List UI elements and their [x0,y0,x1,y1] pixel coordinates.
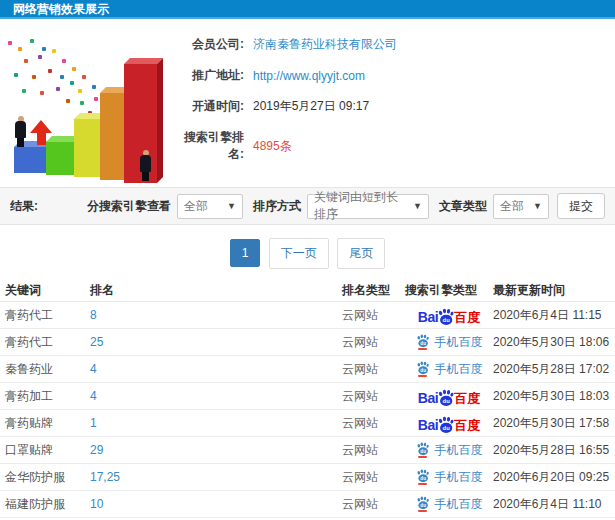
baidu-mobile-underline [418,483,427,485]
promo-url-value[interactable]: http://www.qlyyjt.com [253,69,365,83]
sort-selected: 关键词由短到长排序 [314,189,407,223]
baidu-cn-text: 百度 [454,392,480,405]
page-1-button[interactable]: 1 [230,239,261,267]
svg-text:du: du [443,398,451,404]
cell-rank-link[interactable]: 8 [90,308,342,322]
header-rank: 排名 [90,282,342,299]
table-row: 金华防护服 17,25 云网站 du手机百度 2020年6月20日 09:25 [0,464,615,491]
baidu-cn-text: 百度 [454,311,480,324]
cell-updated: 2020年6月20日 09:25 [493,469,610,486]
businessman-figure-left [15,116,26,147]
table-row: 口罩贴牌 29 云网站 du手机百度 2020年5月28日 16:55 [0,437,615,464]
info-row-rank-count: 搜索引擎排名: 4895条 [176,129,615,163]
submit-button[interactable]: 提交 [557,193,605,219]
baidu-paw-icon: du [416,469,430,483]
baidu-mobile-underline [418,510,427,512]
svg-text:du: du [443,317,451,323]
baidu-bai-text: Bai [418,310,438,324]
filter-bar: 结果: 分搜索引擎查看 全部 ▼ 排序方式 关键词由短到长排序 ▼ 文章类型 全… [0,187,615,225]
info-row-url: 推广地址: http://www.qlyyjt.com [176,67,615,84]
table-row: 膏药加工 4 云网站 Baidu百度 2020年5月30日 18:03 [0,383,615,410]
cell-engine: Baidu百度 [405,306,493,324]
baidu-paw-icon: du [416,496,430,510]
info-row-company: 会员公司: 济南秦鲁药业科技有限公司 [176,36,615,53]
table-row: 福建防护服 10 云网站 du手机百度 2020年6月4日 11:10 [0,491,615,518]
baidu-paw-icon: du [437,308,455,326]
baidu-mobile-icon: du [416,469,430,485]
open-time-label: 开通时间: [176,98,244,115]
svg-text:du: du [420,368,426,373]
baidu-mobile-logo: du手机百度 [416,496,483,512]
header-updated: 最新更新时间 [493,282,610,299]
baidu-mobile-icon: du [416,442,430,458]
baidu-pc-logo: Baidu百度 [418,387,480,405]
last-page-button[interactable]: 尾页 [337,238,385,269]
baidu-pc-logo: Baidu百度 [418,414,480,432]
cell-rank-type: 云网站 [342,469,405,486]
baidu-mobile-logo: du手机百度 [416,442,483,458]
cell-keyword: 口罩贴牌 [5,442,90,459]
marketing-chart-illustration [0,27,176,183]
sort-select[interactable]: 关键词由短到长排序 ▼ [307,194,429,219]
cell-rank-link[interactable]: 17,25 [90,470,342,484]
cell-engine: du手机百度 [405,442,493,458]
chevron-down-icon: ▼ [533,201,542,211]
cell-engine: du手机百度 [405,334,493,350]
baidu-paw-icon: du [437,389,455,407]
table-header-row: 关键词 排名 排名类型 搜索引擎类型 最新更新时间 [0,279,615,302]
svg-text:du: du [420,341,426,346]
cell-keyword: 秦鲁药业 [5,361,90,378]
article-type-select[interactable]: 全部 ▼ [493,194,549,219]
rank-count-label: 搜索引擎排名: [176,129,244,163]
svg-text:du: du [443,425,451,431]
cell-updated: 2020年5月30日 18:06 [493,334,610,351]
member-info-section: 会员公司: 济南秦鲁药业科技有限公司 推广地址: http://www.qlyy… [0,19,615,187]
baidu-mobile-text: 手机百度 [435,336,483,348]
baidu-pc-logo: Baidu百度 [418,306,480,324]
cell-rank-link[interactable]: 4 [90,362,342,376]
article-type-selected: 全部 [500,198,524,215]
cell-keyword: 膏药贴牌 [5,415,90,432]
cell-updated: 2020年6月4日 11:15 [493,307,610,324]
cell-engine: du手机百度 [405,469,493,485]
baidu-mobile-logo: du手机百度 [416,361,483,377]
cell-keyword: 金华防护服 [5,469,90,486]
baidu-paw-icon: du [437,416,455,434]
results-table: 关键词 排名 排名类型 搜索引擎类型 最新更新时间 膏药代工 8 云网站 Bai… [0,279,615,520]
confetti-decoration [8,41,12,45]
cell-updated: 2020年5月28日 16:55 [493,442,610,459]
bar-green [46,142,77,175]
baidu-cn-text: 百度 [454,419,480,432]
titlebar: 网络营销效果展示 [0,0,615,19]
company-value[interactable]: 济南秦鲁药业科技有限公司 [253,36,397,53]
bar-blue [14,147,48,173]
svg-text:du: du [420,476,426,481]
chevron-down-icon: ▼ [227,201,236,211]
cell-rank-type: 云网站 [342,442,405,459]
header-keyword: 关键词 [5,282,90,299]
baidu-mobile-underline [418,456,427,458]
baidu-paw-icon: du [416,442,430,456]
rank-count-value: 4895条 [253,138,292,155]
baidu-mobile-underline [418,375,427,377]
baidu-mobile-icon: du [416,361,430,377]
cell-rank-link[interactable]: 4 [90,389,342,403]
cell-engine: Baidu百度 [405,414,493,432]
table-row: 膏药贴牌 1 云网站 Baidu百度 2020年5月30日 17:58 [0,410,615,437]
cell-rank-link[interactable]: 10 [90,497,342,511]
cell-rank-link[interactable]: 29 [90,443,342,457]
businessman-figure-right [140,150,151,181]
company-label: 会员公司: [176,36,244,53]
cell-rank-link[interactable]: 25 [90,335,342,349]
engine-view-select[interactable]: 全部 ▼ [177,194,243,219]
cell-rank-link[interactable]: 1 [90,416,342,430]
table-row: 膏药代工 25 云网站 du手机百度 2020年5月30日 18:06 [0,329,615,356]
next-page-button[interactable]: 下一页 [269,238,329,269]
cell-keyword: 膏药代工 [5,334,90,351]
baidu-mobile-text: 手机百度 [435,444,483,456]
baidu-paw-icon: du [416,334,430,348]
table-row: 膏药代工 8 云网站 Baidu百度 2020年6月4日 11:15 [0,302,615,329]
engine-view-label: 分搜索引擎查看 [87,198,171,215]
article-type-label: 文章类型 [439,198,487,215]
baidu-mobile-icon: du [416,496,430,512]
